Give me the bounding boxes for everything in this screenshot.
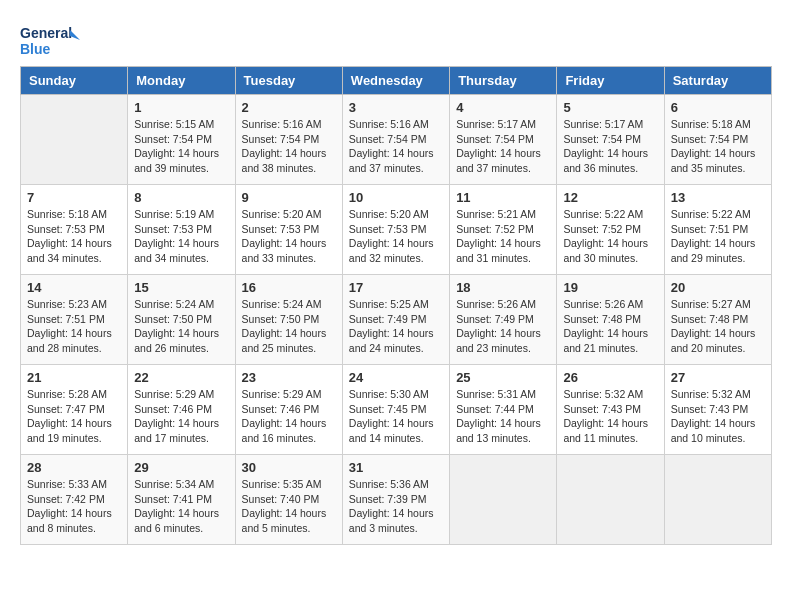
day-number: 24 [349, 370, 443, 385]
week-row-3: 14Sunrise: 5:23 AM Sunset: 7:51 PM Dayli… [21, 275, 772, 365]
day-number: 19 [563, 280, 657, 295]
calendar-header: SundayMondayTuesdayWednesdayThursdayFrid… [21, 67, 772, 95]
day-number: 22 [134, 370, 228, 385]
calendar-cell: 17Sunrise: 5:25 AM Sunset: 7:49 PM Dayli… [342, 275, 449, 365]
calendar-cell: 29Sunrise: 5:34 AM Sunset: 7:41 PM Dayli… [128, 455, 235, 545]
day-info: Sunrise: 5:29 AM Sunset: 7:46 PM Dayligh… [134, 387, 228, 446]
calendar-cell: 25Sunrise: 5:31 AM Sunset: 7:44 PM Dayli… [450, 365, 557, 455]
calendar-cell: 16Sunrise: 5:24 AM Sunset: 7:50 PM Dayli… [235, 275, 342, 365]
calendar-cell: 26Sunrise: 5:32 AM Sunset: 7:43 PM Dayli… [557, 365, 664, 455]
day-number: 30 [242, 460, 336, 475]
day-number: 27 [671, 370, 765, 385]
day-info: Sunrise: 5:34 AM Sunset: 7:41 PM Dayligh… [134, 477, 228, 536]
day-number: 31 [349, 460, 443, 475]
calendar-cell: 2Sunrise: 5:16 AM Sunset: 7:54 PM Daylig… [235, 95, 342, 185]
calendar-cell: 19Sunrise: 5:26 AM Sunset: 7:48 PM Dayli… [557, 275, 664, 365]
calendar-cell: 5Sunrise: 5:17 AM Sunset: 7:54 PM Daylig… [557, 95, 664, 185]
calendar-cell: 9Sunrise: 5:20 AM Sunset: 7:53 PM Daylig… [235, 185, 342, 275]
day-number: 14 [27, 280, 121, 295]
calendar-cell: 8Sunrise: 5:19 AM Sunset: 7:53 PM Daylig… [128, 185, 235, 275]
week-row-1: 1Sunrise: 5:15 AM Sunset: 7:54 PM Daylig… [21, 95, 772, 185]
logo-svg: GeneralBlue [20, 20, 80, 60]
day-number: 25 [456, 370, 550, 385]
day-info: Sunrise: 5:25 AM Sunset: 7:49 PM Dayligh… [349, 297, 443, 356]
calendar-cell: 12Sunrise: 5:22 AM Sunset: 7:52 PM Dayli… [557, 185, 664, 275]
day-number: 2 [242, 100, 336, 115]
calendar-cell: 4Sunrise: 5:17 AM Sunset: 7:54 PM Daylig… [450, 95, 557, 185]
day-info: Sunrise: 5:26 AM Sunset: 7:49 PM Dayligh… [456, 297, 550, 356]
day-number: 5 [563, 100, 657, 115]
week-row-5: 28Sunrise: 5:33 AM Sunset: 7:42 PM Dayli… [21, 455, 772, 545]
day-number: 6 [671, 100, 765, 115]
day-number: 11 [456, 190, 550, 205]
day-number: 9 [242, 190, 336, 205]
day-number: 18 [456, 280, 550, 295]
day-info: Sunrise: 5:21 AM Sunset: 7:52 PM Dayligh… [456, 207, 550, 266]
day-info: Sunrise: 5:28 AM Sunset: 7:47 PM Dayligh… [27, 387, 121, 446]
day-info: Sunrise: 5:36 AM Sunset: 7:39 PM Dayligh… [349, 477, 443, 536]
svg-text:General: General [20, 25, 72, 41]
day-info: Sunrise: 5:20 AM Sunset: 7:53 PM Dayligh… [349, 207, 443, 266]
day-info: Sunrise: 5:17 AM Sunset: 7:54 PM Dayligh… [456, 117, 550, 176]
calendar-cell: 11Sunrise: 5:21 AM Sunset: 7:52 PM Dayli… [450, 185, 557, 275]
header-friday: Friday [557, 67, 664, 95]
day-info: Sunrise: 5:31 AM Sunset: 7:44 PM Dayligh… [456, 387, 550, 446]
calendar-cell: 21Sunrise: 5:28 AM Sunset: 7:47 PM Dayli… [21, 365, 128, 455]
day-info: Sunrise: 5:18 AM Sunset: 7:53 PM Dayligh… [27, 207, 121, 266]
day-number: 3 [349, 100, 443, 115]
day-number: 29 [134, 460, 228, 475]
day-info: Sunrise: 5:32 AM Sunset: 7:43 PM Dayligh… [563, 387, 657, 446]
day-info: Sunrise: 5:20 AM Sunset: 7:53 PM Dayligh… [242, 207, 336, 266]
calendar-cell: 31Sunrise: 5:36 AM Sunset: 7:39 PM Dayli… [342, 455, 449, 545]
calendar-cell [557, 455, 664, 545]
day-number: 15 [134, 280, 228, 295]
day-info: Sunrise: 5:35 AM Sunset: 7:40 PM Dayligh… [242, 477, 336, 536]
day-info: Sunrise: 5:24 AM Sunset: 7:50 PM Dayligh… [242, 297, 336, 356]
day-number: 7 [27, 190, 121, 205]
day-info: Sunrise: 5:22 AM Sunset: 7:51 PM Dayligh… [671, 207, 765, 266]
calendar-cell: 15Sunrise: 5:24 AM Sunset: 7:50 PM Dayli… [128, 275, 235, 365]
calendar-cell [450, 455, 557, 545]
day-info: Sunrise: 5:24 AM Sunset: 7:50 PM Dayligh… [134, 297, 228, 356]
calendar-cell: 1Sunrise: 5:15 AM Sunset: 7:54 PM Daylig… [128, 95, 235, 185]
day-number: 17 [349, 280, 443, 295]
day-number: 21 [27, 370, 121, 385]
day-info: Sunrise: 5:17 AM Sunset: 7:54 PM Dayligh… [563, 117, 657, 176]
day-number: 16 [242, 280, 336, 295]
day-number: 20 [671, 280, 765, 295]
day-number: 12 [563, 190, 657, 205]
day-number: 26 [563, 370, 657, 385]
calendar-cell: 24Sunrise: 5:30 AM Sunset: 7:45 PM Dayli… [342, 365, 449, 455]
header-row: SundayMondayTuesdayWednesdayThursdayFrid… [21, 67, 772, 95]
calendar-cell [664, 455, 771, 545]
header-sunday: Sunday [21, 67, 128, 95]
day-number: 28 [27, 460, 121, 475]
header-monday: Monday [128, 67, 235, 95]
svg-text:Blue: Blue [20, 41, 51, 57]
calendar-cell: 3Sunrise: 5:16 AM Sunset: 7:54 PM Daylig… [342, 95, 449, 185]
day-number: 10 [349, 190, 443, 205]
header-wednesday: Wednesday [342, 67, 449, 95]
day-info: Sunrise: 5:30 AM Sunset: 7:45 PM Dayligh… [349, 387, 443, 446]
calendar-cell: 13Sunrise: 5:22 AM Sunset: 7:51 PM Dayli… [664, 185, 771, 275]
calendar-cell: 10Sunrise: 5:20 AM Sunset: 7:53 PM Dayli… [342, 185, 449, 275]
day-info: Sunrise: 5:16 AM Sunset: 7:54 PM Dayligh… [349, 117, 443, 176]
calendar-body: 1Sunrise: 5:15 AM Sunset: 7:54 PM Daylig… [21, 95, 772, 545]
calendar-cell: 7Sunrise: 5:18 AM Sunset: 7:53 PM Daylig… [21, 185, 128, 275]
calendar-cell: 6Sunrise: 5:18 AM Sunset: 7:54 PM Daylig… [664, 95, 771, 185]
calendar-cell: 23Sunrise: 5:29 AM Sunset: 7:46 PM Dayli… [235, 365, 342, 455]
week-row-4: 21Sunrise: 5:28 AM Sunset: 7:47 PM Dayli… [21, 365, 772, 455]
day-info: Sunrise: 5:23 AM Sunset: 7:51 PM Dayligh… [27, 297, 121, 356]
day-number: 23 [242, 370, 336, 385]
day-number: 13 [671, 190, 765, 205]
day-info: Sunrise: 5:15 AM Sunset: 7:54 PM Dayligh… [134, 117, 228, 176]
calendar-cell: 14Sunrise: 5:23 AM Sunset: 7:51 PM Dayli… [21, 275, 128, 365]
header-thursday: Thursday [450, 67, 557, 95]
header-tuesday: Tuesday [235, 67, 342, 95]
day-number: 1 [134, 100, 228, 115]
day-info: Sunrise: 5:16 AM Sunset: 7:54 PM Dayligh… [242, 117, 336, 176]
logo: GeneralBlue [20, 20, 80, 60]
page-header: GeneralBlue [20, 20, 772, 60]
day-info: Sunrise: 5:33 AM Sunset: 7:42 PM Dayligh… [27, 477, 121, 536]
calendar-cell: 22Sunrise: 5:29 AM Sunset: 7:46 PM Dayli… [128, 365, 235, 455]
